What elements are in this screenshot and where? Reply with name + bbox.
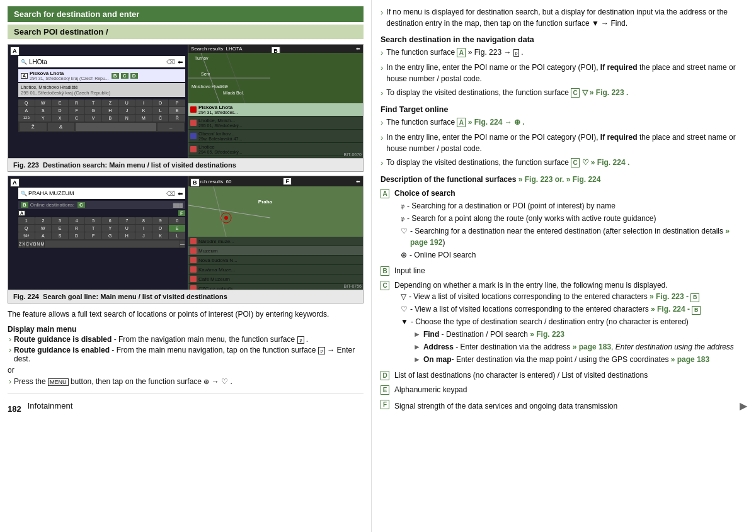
fig-224-search-bar: 🔍 PRAHA MUZEUM ⌫ ⬅ (18, 188, 185, 199)
svg-line-6 (214, 186, 226, 237)
desc-row-c: C Depending on whether a mark is in the … (381, 280, 747, 366)
sub-header: Search POI destination / (8, 25, 364, 39)
desc-a-item-2: 𝔭 - Search for a point along the route (… (394, 213, 747, 224)
desc-a-item-4: ⊕ - Online POI search (394, 249, 747, 261)
right-ft-b2: › In the entry line, enter the POI name … (381, 132, 747, 154)
nav-b3-box: C (571, 88, 580, 98)
display-main-menu-title: Display main menu (8, 325, 364, 334)
right-ft-b3: › To display the visited destinations, t… (381, 157, 747, 169)
desc-row-d: D List of last destinations (no characte… (381, 370, 747, 381)
desc-row-f: F Signal strength of the data services a… (381, 399, 747, 414)
right-nav-b1: › The function surface A » Fig. 223 → 𝔭 … (381, 47, 747, 59)
svg-line-5 (188, 205, 270, 218)
desc-c-item-3: ▼ - Choose the type of destination searc… (394, 316, 747, 327)
fig-223-caption: Fig. 223 Destination search: Main menu /… (8, 158, 363, 171)
page-label: Infotainment (28, 401, 73, 410)
desc-row-a: A Choice of search 𝔭 - Searching for a d… (381, 188, 747, 262)
nav-b1-box: A (457, 48, 466, 57)
right-panel: › If no menu is displayed for destinatio… (372, 0, 756, 532)
desc-f-label: F (381, 400, 389, 409)
desc-section: Description of the functional surfaces »… (381, 175, 747, 414)
bullet-route-enabled: › Route guidance is enabled - From the m… (8, 346, 364, 363)
desc-row-e: E Alphanumeric keypad (381, 384, 747, 395)
desc-a-label: A (381, 189, 389, 198)
find-target-heading: Find Target online (381, 105, 747, 114)
body-text: The feature allows a full text search of… (8, 308, 364, 320)
right-nav-b3: › To display the visited destinations, t… (381, 87, 747, 99)
ft-b1-box: A (457, 118, 466, 127)
desc-c-item-2: ♡ - View a list of visited locations cor… (394, 303, 747, 315)
main-header: Search for destination and enter (8, 6, 364, 22)
desc-c-label: C (381, 281, 389, 290)
fig-223-search-bar: 🔍 LHOta ⌫ ⬅ (18, 56, 185, 67)
svg-point-4 (224, 216, 228, 220)
page-number: 182 (8, 404, 21, 414)
right-bullet-if-no-menu: › If no menu is displayed for destinatio… (381, 6, 747, 29)
desc-c-sub-address: ► Address - Enter destination via the ad… (407, 341, 747, 353)
desc-a-item-1: 𝔭 - Searching for a destination or POI (… (394, 200, 747, 212)
or-text: or (8, 366, 364, 375)
fig-223-keyboard: QWERTZUIOP ASDFGHJKLE 123YXCVBNMČŘ (18, 99, 185, 122)
desc-row-b: B Input line (381, 265, 747, 276)
desc-e-label: E (381, 385, 389, 395)
left-panel: Search for destination and enter Search … (0, 0, 372, 532)
desc-d-label: D (381, 371, 389, 380)
fig-223-container: A 🔍 LHOta ⌫ ⬅ A Písková Lhota 294 31, St… (8, 44, 364, 172)
fig-223-a-label: A (10, 47, 20, 55)
desc-c-sub-find: ► Find - Destination / POI search » Fig.… (407, 329, 747, 340)
search-dest-nav-heading: Search destination in the navigation dat… (381, 35, 747, 44)
ft-b3-box: C (571, 158, 580, 167)
desc-c-item-1: ▽ - View a list of visited locations cor… (394, 291, 747, 302)
fig-224-caption: Fig. 224 Search goal line: Main menu / l… (8, 290, 363, 303)
right-nav-b2: › In the entry line, enter the POI name … (381, 62, 747, 84)
desc-b-label: B (381, 266, 389, 276)
fig-224-container: A 🔍 PRAHA MUZEUM ⌫ ⬅ B Online destinatio… (8, 176, 364, 303)
desc-c-sub-onmap: ► On map- Enter destination via the map … (407, 354, 747, 365)
bullet-route-disabled: › Route guidance is disabled - From the … (8, 335, 364, 344)
menu-icon: MENU (48, 378, 69, 386)
bullet-menu-button: › Press the MENU button, then tap on the… (8, 377, 364, 386)
fig-224-a-label: A (10, 178, 20, 187)
desc-a-item-3: ♡ - Searching for a destination near the… (394, 225, 747, 248)
right-ft-b1: › The function surface A » Fig. 224 → ⊕ … (381, 116, 747, 129)
